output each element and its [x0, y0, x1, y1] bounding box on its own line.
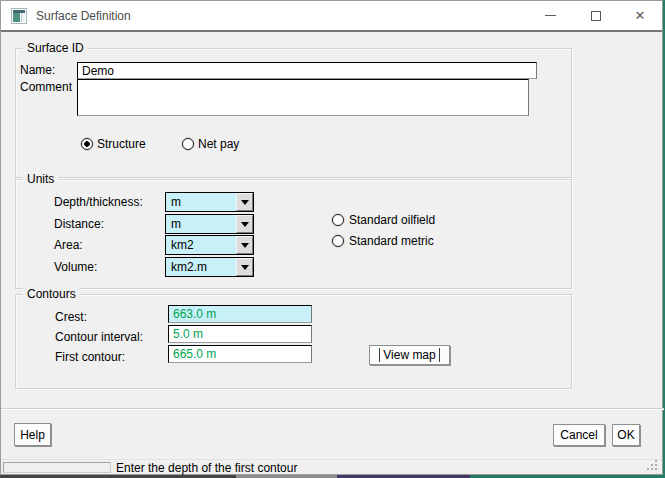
minimize-button[interactable] [528, 1, 572, 30]
surface-definition-dialog: Surface Definition ✕ Surface ID Name: Co… [0, 0, 663, 475]
area-label: Area: [54, 238, 83, 252]
maximize-button[interactable] [574, 1, 618, 30]
group-surface-id-legend: Surface ID [23, 41, 88, 55]
standard-metric-radio[interactable] [332, 235, 344, 247]
first-contour-label: First contour: [55, 350, 125, 364]
ok-button-label: OK [617, 428, 634, 442]
cancel-button-label: Cancel [560, 428, 597, 442]
close-icon: ✕ [635, 9, 646, 22]
comment-label: Comment [20, 80, 72, 94]
help-button[interactable]: Help [14, 423, 51, 446]
standard-oilfield-label: Standard oilfield [349, 213, 435, 227]
window-title: Surface Definition [36, 9, 131, 23]
crest-label: Crest: [55, 310, 87, 324]
close-button[interactable]: ✕ [618, 1, 662, 30]
group-units: Units Depth/thickness: m Distance: m Are… [15, 179, 572, 289]
depth-thickness-dropdown[interactable]: m [165, 192, 254, 212]
depth-thickness-value: m [171, 195, 181, 209]
area-dropdown[interactable]: km2 [165, 235, 254, 255]
screen: { "titlebar": { "title": "Surface Defini… [0, 0, 665, 478]
app-icon [11, 8, 27, 24]
maximize-icon [591, 11, 601, 21]
group-contours: Contours Crest: Contour interval: First … [15, 294, 572, 389]
comment-input[interactable] [77, 79, 529, 116]
status-message: Enter the depth of the first contour [116, 461, 297, 475]
volume-value: km2.m [171, 260, 207, 274]
group-surface-id: Surface ID Name: Comment Structure Net p… [15, 48, 572, 178]
chevron-down-icon [241, 265, 249, 270]
dropdown-arrow-button[interactable] [236, 258, 253, 276]
distance-label: Distance: [54, 217, 104, 231]
titlebar[interactable]: Surface Definition ✕ [1, 1, 662, 32]
standard-oilfield-radio[interactable] [332, 214, 344, 226]
contour-interval-label: Contour interval: [55, 330, 143, 344]
area-value: km2 [171, 238, 194, 252]
distance-value: m [171, 217, 181, 231]
depth-thickness-label: Depth/thickness: [54, 195, 143, 209]
structure-radio[interactable] [81, 138, 93, 150]
chevron-down-icon [241, 243, 249, 248]
chevron-down-icon [241, 200, 249, 205]
view-map-button[interactable]: View map [369, 345, 450, 365]
group-units-legend: Units [23, 172, 58, 186]
distance-dropdown[interactable]: m [165, 214, 254, 234]
ok-button[interactable]: OK [612, 424, 640, 446]
view-map-button-label: View map [379, 348, 439, 362]
help-button-label: Help [20, 428, 45, 442]
status-bar: Enter the depth of the first contour [1, 459, 662, 474]
status-panel [3, 462, 111, 473]
first-contour-input[interactable] [168, 345, 312, 363]
crest-input[interactable] [168, 305, 312, 323]
dropdown-arrow-button[interactable] [236, 193, 253, 211]
contour-interval-input[interactable] [168, 325, 312, 343]
resize-grip-dots [647, 460, 649, 462]
cancel-button[interactable]: Cancel [553, 424, 605, 446]
app-icon-part [21, 13, 25, 22]
resize-grip[interactable] [646, 459, 658, 471]
dropdown-arrow-button[interactable] [236, 215, 253, 233]
net-pay-radio[interactable] [182, 138, 194, 150]
structure-radio-label: Structure [97, 137, 146, 151]
button-row-separator [1, 408, 664, 410]
group-contours-legend: Contours [23, 287, 80, 301]
app-icon-part [13, 13, 20, 22]
volume-label: Volume: [54, 260, 97, 274]
minimize-icon [545, 15, 556, 16]
name-input[interactable] [77, 62, 537, 79]
name-label: Name: [20, 63, 55, 77]
volume-dropdown[interactable]: km2.m [165, 257, 254, 277]
chevron-down-icon [241, 222, 249, 227]
standard-metric-label: Standard metric [349, 234, 434, 248]
net-pay-radio-label: Net pay [198, 137, 239, 151]
dropdown-arrow-button[interactable] [236, 236, 253, 254]
